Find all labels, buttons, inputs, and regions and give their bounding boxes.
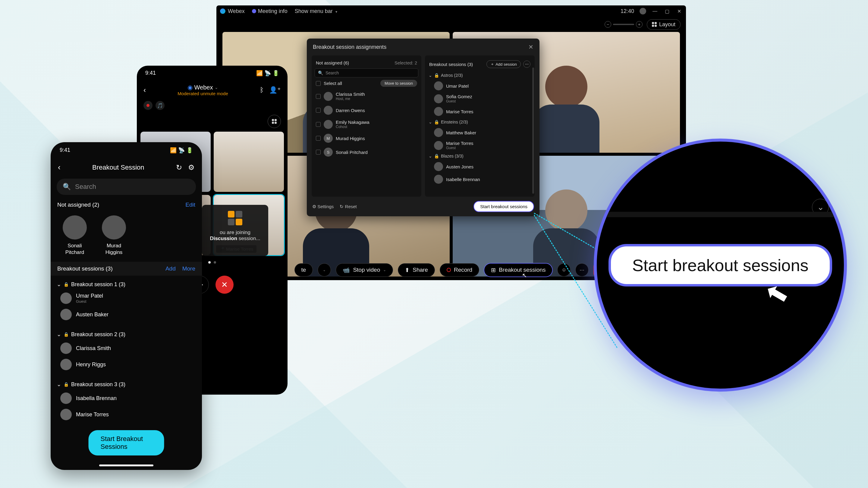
session-member[interactable]: Marise TorresGuest — [428, 139, 532, 152]
back-icon[interactable]: ‹ — [144, 86, 146, 94]
scrollbar[interactable] — [532, 67, 534, 194]
clock: 12:40 — [621, 8, 634, 14]
add-link[interactable]: Add — [165, 265, 176, 272]
checkbox[interactable] — [316, 136, 321, 141]
more-link[interactable]: More — [182, 265, 195, 272]
checkbox[interactable] — [316, 94, 321, 99]
record-button[interactable]: Record — [440, 263, 479, 276]
cursor-icon: ↖ — [522, 272, 527, 279]
session-group-header[interactable]: ⌄🔒Breakout session 2 (3) — [57, 329, 196, 340]
back-icon[interactable]: ‹ — [58, 163, 61, 172]
session-group-header[interactable]: ⌄🔒Blazes (3/3) — [428, 152, 532, 160]
close-icon[interactable]: ✕ — [676, 8, 682, 14]
recording-indicator-icon — [144, 101, 153, 110]
participant-name: Henry Riggs — [76, 361, 106, 368]
search-input[interactable]: 🔍 Search — [57, 178, 196, 195]
unassigned-row[interactable]: Darren Owens — [315, 103, 418, 117]
magnified-start-button[interactable]: Start breakout sessions — [609, 244, 832, 287]
select-all-label[interactable]: Select all — [324, 81, 342, 86]
unassigned-person[interactable]: SonaliPitchard — [63, 216, 87, 256]
breakout-sessions-button[interactable]: ⊞Breakout sessions — [484, 263, 553, 277]
stop-video-button[interactable]: 📹Stop video⌄ — [336, 263, 393, 277]
lock-icon: 🔒 — [434, 73, 439, 78]
avatar — [63, 216, 87, 239]
grid-icon — [652, 22, 657, 27]
profile-avatar[interactable] — [640, 8, 646, 14]
select-all-checkbox[interactable] — [316, 81, 321, 86]
session-member[interactable]: Isabelle Brennan — [428, 173, 532, 186]
session-group-header[interactable]: ⌄🔒Astros (2/3) — [428, 71, 532, 79]
reset-link[interactable]: ↻ Reset — [340, 204, 356, 209]
unassigned-row[interactable]: Emily NakagawaCohost — [315, 117, 418, 131]
session-member[interactable]: Umar Patel — [428, 79, 532, 92]
edit-link[interactable]: Edit — [185, 201, 195, 208]
chevron-down-icon: ⌄ — [57, 331, 61, 338]
session-member[interactable]: Umar PatelGuest — [57, 290, 196, 306]
unassigned-row[interactable]: S Sonali Pritchard — [315, 145, 418, 159]
avatar — [60, 409, 72, 420]
avatar — [324, 106, 333, 115]
avatar — [434, 175, 443, 184]
session-member[interactable]: Austen Jones — [428, 160, 532, 173]
zoom-in-icon[interactable]: + — [636, 21, 643, 28]
session-member[interactable]: Henry Riggs — [57, 356, 196, 372]
session-member[interactable]: Sofia GomezGuest — [428, 92, 532, 105]
participant-name: Clarissa Smith — [76, 345, 111, 352]
bluetooth-icon[interactable]: ᛒ — [260, 86, 264, 94]
meeting-info-link[interactable]: Meeting info — [258, 8, 287, 14]
avatar — [324, 92, 333, 101]
checkbox[interactable] — [316, 108, 321, 113]
checkbox[interactable] — [316, 122, 321, 127]
breakout-sessions-header: Breakout sessions (3) — [57, 265, 113, 272]
move-to-session-button[interactable]: Move to session — [380, 80, 417, 87]
gear-icon[interactable]: ⚙ — [188, 163, 195, 172]
start-breakout-button[interactable]: Start breakout sessions — [473, 201, 534, 212]
session-member[interactable]: Austen Baker — [57, 306, 196, 323]
layout-button[interactable]: Layout — [647, 19, 681, 30]
checkbox[interactable] — [316, 150, 321, 155]
maximize-icon[interactable]: ▢ — [664, 8, 670, 14]
tablet-title: Webex — [194, 84, 213, 91]
refresh-icon[interactable]: ↻ — [176, 163, 182, 172]
mute-button[interactable]: te — [294, 263, 313, 276]
session-group-header[interactable]: ⌄🔒Breakout session 1 (3) — [57, 279, 196, 290]
session-member[interactable]: Clarissa Smith — [57, 340, 196, 356]
session-group: ⌄🔒Breakout session 1 (3)Umar PatelGuestA… — [51, 275, 202, 326]
minimize-icon[interactable]: — — [652, 8, 658, 14]
session-member[interactable]: Marise Torres — [57, 406, 196, 423]
more-options-button[interactable]: ⋯ — [575, 263, 589, 276]
session-group-header[interactable]: ⌄🔒Breakout session 3 (3) — [57, 379, 196, 390]
video-tile[interactable] — [214, 132, 284, 192]
start-breakout-button[interactable]: Start Breakout Sessions — [89, 430, 164, 455]
avatar — [324, 120, 333, 129]
unassigned-row[interactable]: M Murad Higgins — [315, 131, 418, 145]
settings-link[interactable]: ⚙ Settings — [312, 204, 334, 209]
page-title: Breakout Session — [92, 164, 144, 171]
modal-close-icon[interactable]: ✕ — [528, 43, 533, 51]
avatar — [434, 82, 443, 90]
zoom-control[interactable]: − + — [604, 21, 643, 28]
participant-role: Guest — [446, 99, 472, 103]
session-member[interactable]: Marise Torres — [428, 105, 532, 118]
participant-name: Sonali Pritchard — [336, 150, 368, 155]
session-member[interactable]: Matthew Baker — [428, 126, 532, 139]
share-button[interactable]: ⬆Share — [398, 263, 435, 277]
avatar — [434, 94, 443, 103]
zoom-out-icon[interactable]: − — [604, 21, 611, 28]
more-icon[interactable]: ⋯ — [523, 61, 530, 68]
tablet-layout-button[interactable] — [268, 115, 281, 128]
record-icon — [447, 268, 451, 272]
avatar — [434, 162, 443, 171]
mute-dropdown[interactable]: ⌄ — [318, 263, 331, 276]
add-session-button[interactable]: ＋ Add session — [487, 60, 521, 68]
add-person-icon[interactable]: 👤⁺ — [269, 86, 281, 94]
unassigned-row[interactable]: Clarissa SmithHost, me — [315, 89, 418, 103]
show-menu-bar[interactable]: Show menu bar — [295, 8, 337, 14]
avatar — [60, 293, 72, 304]
session-member[interactable]: Isabella Brennan — [57, 390, 196, 406]
unassigned-person[interactable]: MuradHiggins — [102, 216, 126, 256]
search-input[interactable]: 🔍 Search — [315, 68, 418, 77]
participant-name: Marise Torres — [446, 109, 473, 114]
home-indicator[interactable] — [99, 464, 153, 466]
session-group-header[interactable]: ⌄🔒Einsteins (2/3) — [428, 118, 532, 126]
